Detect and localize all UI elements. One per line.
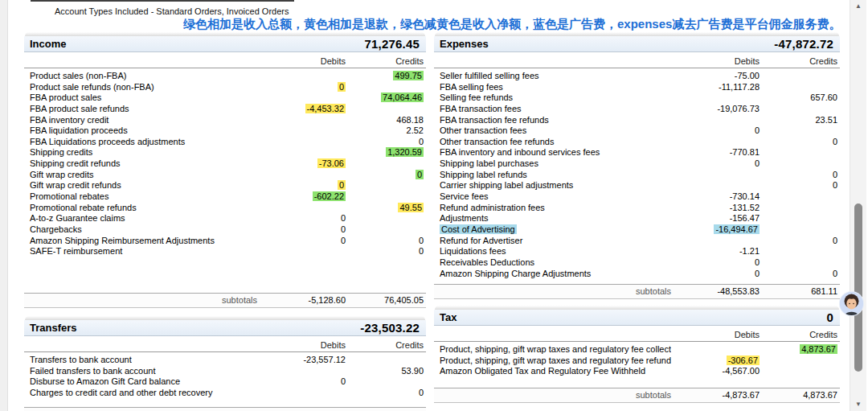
row-label: Failed transfers to bank account [24,366,257,377]
income-column-headers: Debits Credits [24,54,426,68]
table-row: Promotional rebate refunds49.55 [24,203,426,214]
credit-value: 1,320.59 [346,147,426,158]
credits-column-header: Credits [346,338,426,351]
row-label: Shipping label purchases [434,158,671,170]
debit-value [671,137,760,148]
subtotals-label: subtotals [434,285,671,298]
credit-value: 23.51 [760,115,840,126]
debit-value [671,236,760,247]
debit-value [257,125,346,137]
credit-value: 2.52 [346,125,426,137]
credit-value-text: 0 [419,388,424,397]
credit-value-text: 49.55 [398,203,424,212]
scrollbar-thumb[interactable] [854,203,862,372]
row-label-text: Transfers to bank account [30,355,132,364]
user-avatar[interactable] [840,292,863,315]
transfers-subtotals-row: subtotals -23,557.12 53.90 [24,407,426,411]
vertical-scrollbar[interactable]: ▲ ▼ [850,0,866,411]
row-label: Product, shipping, gift wrap taxes and r… [434,344,671,356]
credit-value: 499.75 [346,71,426,82]
row-label: Liquidations fees [434,246,671,257]
table-row: Amazon Obligated Tax and Regulatory Fee … [434,366,840,377]
credit-value [346,213,426,224]
credit-value-text: 23.51 [815,115,837,125]
tax-header: Tax 0 [434,310,840,326]
debit-value [671,180,760,191]
credit-value: 0 [760,269,840,280]
row-label: Shipping credits [24,147,257,158]
credit-value-text: 468.18 [396,115,424,125]
income-subtotals-row: subtotals -5,128.60 76,405.05 [24,293,426,308]
debit-value: 0 [671,158,760,170]
scroll-up-icon[interactable]: ▲ [850,2,866,11]
row-label: Other transaction fee refunds [434,137,671,148]
row-label-text: Refund for Advertiser [440,236,522,245]
debit-value: -23,557.12 [257,355,346,366]
row-label-text: Seller fulfilled selling fees [440,71,539,80]
table-row: FBA transaction fee refunds23.51 [434,115,840,126]
row-label: Other transaction fees [434,125,671,137]
row-label: Seller fulfilled selling fees [434,71,671,82]
row-label: FBA transaction fees [434,104,671,115]
row-label-text: Liquidations fees [440,246,506,256]
credits-column-header: Credits [760,54,840,68]
table-row: Promotional rebates-602.22 [24,191,426,203]
credit-value [760,257,840,269]
row-label: Carrier shipping label adjustments [434,180,671,191]
row-label: Disburse to Amazon Gift Card balance [24,376,257,388]
row-label-text: Chargebacks [30,224,82,234]
row-label-text: Product, shipping, gift wrap taxes and r… [440,344,671,354]
row-label: Cost of Advertising [434,224,671,236]
scroll-down-icon[interactable]: ▼ [850,400,866,409]
table-row: Shipping credit refunds-73.06 [24,158,426,170]
row-label-text: FBA inventory credit [30,115,108,125]
credit-value-text: 74,064.46 [381,92,424,102]
row-label-text: Other transaction fee refunds [440,137,554,146]
row-label: SAFE-T reimbursement [24,246,257,257]
income-rows: Product sales (non-FBA)499.75Product sal… [24,71,426,257]
credit-value [760,213,840,224]
subtotal-credit: 4,873.67 [760,388,840,402]
credit-value: 49.55 [346,203,426,214]
subtotal-debit: -23,557.12 [257,408,346,411]
debit-value [671,115,760,126]
subtotal-debit: -4,873.67 [671,388,760,402]
debit-value-text: -19,076.73 [717,104,760,113]
row-label: Amazon Shipping Reimbursement Adjustment… [24,236,257,247]
row-label: Selling fee refunds [434,92,671,104]
transfers-rows: Transfers to bank account-23,557.12Faile… [24,355,426,399]
credit-value [760,71,840,82]
credit-value-text: 53.90 [401,366,424,376]
credit-value [346,158,426,170]
top-divider-line [31,0,294,2]
row-label: Shipping credit refunds [24,158,257,170]
expenses-section: Expenses -47,872.72 Debits Credits Selle… [434,32,840,299]
income-section: Income 71,276.45 Debits Credits Product … [24,32,426,308]
table-row: Product sale refunds (non-FBA)0 [24,82,426,93]
debit-value [257,115,346,126]
table-row: FBA transaction fees-19,076.73 [434,104,840,115]
debit-value [257,71,346,82]
subtotal-debit: -5,128.60 [257,294,346,307]
credit-value [760,191,840,203]
debit-value-text: -73.06 [317,158,346,168]
credit-value-text: 0 [833,137,837,146]
transfers-column-headers: Debits Credits [24,338,426,352]
tax-subtotals-row: subtotals -4,873.67 4,873.67 [434,388,840,403]
debit-value [257,92,346,104]
tax-total: 0 [826,310,833,324]
credits-column-header: Credits [760,327,840,341]
row-label-text: Service fees [440,191,489,201]
credit-value: 0 [346,137,426,148]
row-label: FBA Liquidations proceeds adjustments [24,137,257,148]
debit-value: -75.00 [671,71,760,82]
credit-value [760,82,840,93]
table-row: Gift wrap credit refunds0 [24,180,426,191]
debit-value: -306.67 [671,356,760,367]
debit-value: -730.14 [671,191,760,203]
debit-value-text: -11,117.28 [719,82,760,92]
debit-value-text: -602.22 [313,191,346,201]
row-label-text: Adjustments [440,213,489,223]
credit-value [346,376,426,388]
credit-value-text: 0 [419,137,424,146]
